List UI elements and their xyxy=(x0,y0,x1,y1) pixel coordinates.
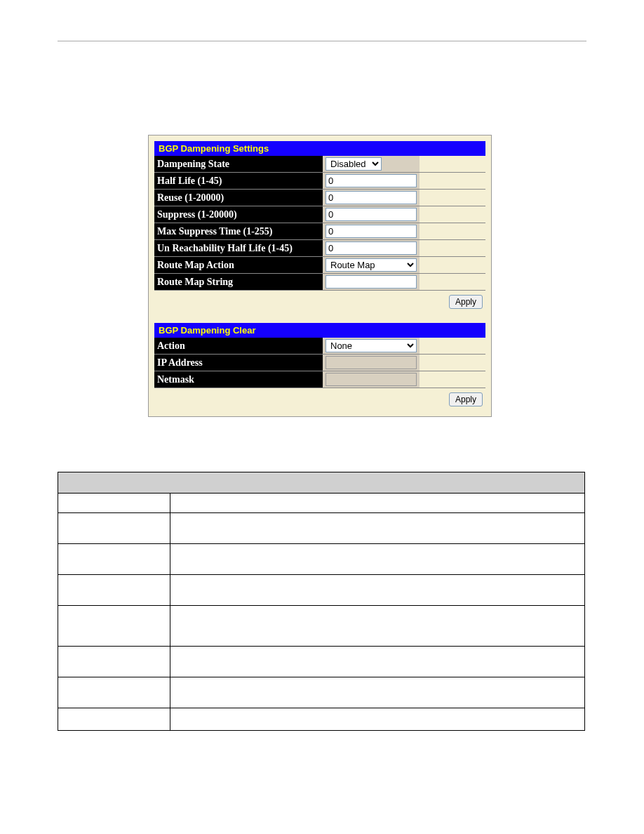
netmask-row: Netmask xyxy=(154,371,485,388)
half-life-label: Half Life (1-45) xyxy=(154,173,323,190)
table-row xyxy=(58,647,585,677)
clear-action-label: Action xyxy=(154,338,323,355)
route-map-action-row: Route Map Action Route Map xyxy=(154,257,485,274)
suppress-row: Suppress (1-20000) xyxy=(154,206,485,223)
route-map-action-label: Route Map Action xyxy=(154,257,323,274)
dampening-state-row: Dampening State Disabled xyxy=(154,156,485,173)
table-row xyxy=(58,494,585,513)
settings-table: Dampening State Disabled Half Life (1-45… xyxy=(154,156,485,313)
clear-action-select[interactable]: None xyxy=(326,339,417,352)
clear-header: BGP Dampening Clear xyxy=(154,323,485,338)
un-reach-label: Un Reachability Half Life (1-45) xyxy=(154,240,323,257)
un-reach-input[interactable] xyxy=(326,241,417,255)
clear-action-row: Action None xyxy=(154,338,485,355)
doc-table-header-row xyxy=(58,472,585,494)
netmask-label: Netmask xyxy=(154,371,323,388)
bgp-config-panel: BGP Dampening Settings Dampening State D… xyxy=(148,135,492,417)
table-row xyxy=(58,606,585,647)
half-life-input[interactable] xyxy=(326,174,417,187)
page-top-divider xyxy=(58,41,586,41)
route-map-action-select[interactable]: Route Map xyxy=(326,258,417,272)
reuse-input[interactable] xyxy=(326,191,417,204)
un-reach-row: Un Reachability Half Life (1-45) xyxy=(154,240,485,257)
parameter-doc-table xyxy=(58,472,585,731)
table-row xyxy=(58,708,585,731)
clear-table: Action None IP Address Netmask Apply xyxy=(154,338,485,411)
reuse-label: Reuse (1-20000) xyxy=(154,190,323,206)
half-life-row: Half Life (1-45) xyxy=(154,173,485,190)
clear-apply-button[interactable]: Apply xyxy=(449,392,483,406)
table-row xyxy=(58,544,585,575)
settings-apply-row: Apply xyxy=(154,291,485,314)
settings-apply-button[interactable]: Apply xyxy=(449,295,483,309)
reuse-row: Reuse (1-20000) xyxy=(154,190,485,206)
table-row xyxy=(58,575,585,606)
route-map-string-input[interactable] xyxy=(326,275,417,289)
max-suppress-label: Max Suppress Time (1-255) xyxy=(154,223,323,240)
netmask-input xyxy=(326,373,417,386)
table-row xyxy=(58,513,585,544)
settings-header: BGP Dampening Settings xyxy=(154,141,485,156)
suppress-label: Suppress (1-20000) xyxy=(154,206,323,223)
clear-apply-row: Apply xyxy=(154,388,485,411)
route-map-string-row: Route Map String xyxy=(154,274,485,291)
max-suppress-input[interactable] xyxy=(326,225,417,238)
ip-address-label: IP Address xyxy=(154,355,323,371)
suppress-input[interactable] xyxy=(326,208,417,221)
dampening-state-select[interactable]: Disabled xyxy=(326,157,382,171)
ip-address-row: IP Address xyxy=(154,355,485,371)
route-map-string-label: Route Map String xyxy=(154,274,323,291)
ip-address-input xyxy=(326,356,417,369)
max-suppress-row: Max Suppress Time (1-255) xyxy=(154,223,485,240)
table-row xyxy=(58,677,585,708)
dampening-state-label: Dampening State xyxy=(154,156,323,173)
